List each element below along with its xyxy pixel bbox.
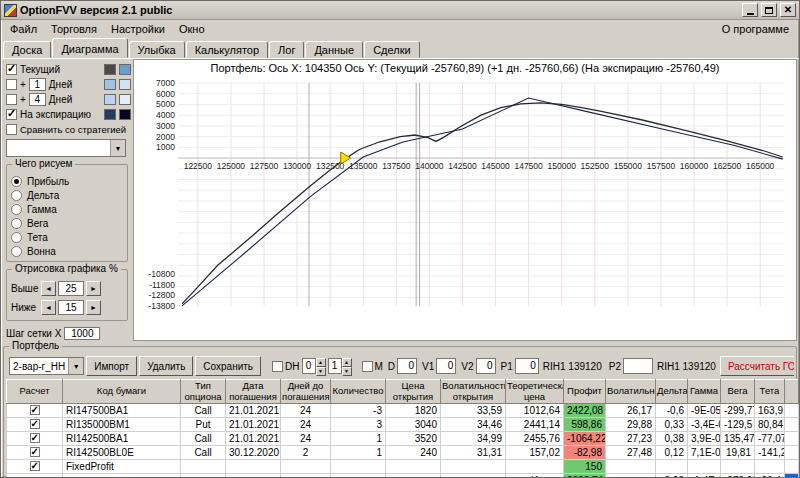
cell[interactable]: 0,38 [656,432,688,446]
cell[interactable]: 1012,64 [506,404,564,418]
radio-option-5[interactable]: Вонна [11,244,123,258]
cell[interactable] [656,460,688,474]
delete-button[interactable]: Удалить [139,356,193,376]
spinner-arrows[interactable]: ▲▼ [342,358,352,374]
cell[interactable]: -0,6 [656,404,688,418]
spin-up-icon[interactable]: ▲ [342,358,352,367]
cell[interactable]: 27,23 [606,432,656,446]
cell[interactable]: 3520 [386,432,441,446]
cell[interactable]: 34,99 [441,432,506,446]
cell[interactable]: 0,33 [656,418,688,432]
save-button[interactable]: Сохранить [195,356,261,376]
cell[interactable]: 150 [564,460,606,474]
p1-input[interactable]: 0 [515,358,539,374]
cell[interactable]: 24 [281,432,331,446]
dh-checkbox[interactable] [272,361,283,372]
cell[interactable]: 3,9E-05 [688,432,721,446]
cell[interactable]: 26,4 [755,474,785,478]
cell[interactable]: Put [181,418,226,432]
spin-up-icon[interactable]: ▲ [316,358,326,367]
cell[interactable] [226,474,281,478]
cell[interactable]: -82,98 [564,446,606,460]
cell[interactable]: 29,88 [606,418,656,432]
cell[interactable] [386,460,441,474]
spin-down-icon[interactable]: ▼ [316,367,326,376]
cell[interactable]: -3 [331,404,386,418]
cell[interactable]: 2455,76 [506,432,564,446]
cell[interactable]: RI147500BA1 [63,404,181,418]
color-swatch[interactable] [104,109,116,120]
row-checkbox[interactable] [30,433,40,443]
row-checkbox[interactable] [30,419,40,429]
cell[interactable]: 33,59 [441,404,506,418]
cell[interactable]: 19,81 [721,446,755,460]
cell[interactable] [331,474,386,478]
spinner-arrows[interactable]: ▲▼ [316,358,326,374]
decrement-icon[interactable]: ◄ [41,281,56,296]
cell[interactable] [226,460,281,474]
v2-input[interactable]: 0 [476,358,496,374]
below-value[interactable]: 15 [58,300,84,315]
p2-input[interactable] [623,358,653,374]
row-checkbox[interactable] [30,461,40,471]
cell[interactable] [181,460,226,474]
radio-option-4[interactable]: Тета [11,230,123,244]
column-header[interactable]: Вега [721,380,755,404]
tab-5[interactable]: Данные [305,41,363,58]
chevron-down-icon[interactable]: ▼ [110,140,125,156]
menu-item-3[interactable]: Окно [172,21,212,37]
color-swatch[interactable] [119,64,131,75]
column-header[interactable]: Дней до погашения [281,380,331,404]
title-bar[interactable]: OptionFVV версия 2.1 public ✕ [1,1,799,20]
strategy-select[interactable]: 2-вар-г_НН ▼ [9,357,84,375]
cell[interactable] [281,460,331,474]
column-header[interactable]: Профит [564,380,606,404]
cell[interactable]: -1,4E-05 [688,474,721,478]
tab-6[interactable]: Сделки [364,41,420,58]
cell[interactable]: 21.01.2021 [226,418,281,432]
line-checkbox[interactable] [6,109,17,120]
compare-strategy-select[interactable]: ▼ [6,139,126,157]
cell[interactable]: -9E-05 [688,404,721,418]
cell[interactable] [755,460,785,474]
menu-item-0[interactable]: Файл [3,21,44,37]
color-swatch[interactable] [119,109,131,120]
cell[interactable]: -141,27 [755,446,785,460]
row-end-cell[interactable] [785,418,799,432]
above-value[interactable]: 25 [58,281,84,296]
line-checkbox[interactable] [6,94,17,105]
cell[interactable]: 1 [331,446,386,460]
cell[interactable] [386,474,441,478]
color-swatch[interactable] [119,79,131,90]
column-header[interactable]: Тета [755,380,785,404]
row-end-cell[interactable] [785,432,799,446]
d-input[interactable]: 0 [397,358,417,374]
cell[interactable]: Итого: [506,474,564,478]
maximize-button[interactable] [761,3,777,17]
column-header[interactable]: Дата погашения [226,380,281,404]
cell[interactable] [441,474,506,478]
cell[interactable]: 1 [331,432,386,446]
payoff-chart[interactable]: 7000600050004000300020001000-10800-11800… [134,75,792,310]
cell[interactable]: -77,07 [755,432,785,446]
menu-item-about[interactable]: О программе [714,21,797,37]
cell[interactable]: 3040 [386,418,441,432]
payoff-chart-area[interactable]: Портфель: Ось X: 104350 Ось Y: (Текущий … [133,59,797,341]
column-header[interactable]: Тип опциона [181,380,226,404]
cell[interactable]: FixedProfit [63,460,181,474]
cell[interactable]: 2 [281,446,331,460]
cell[interactable] [181,474,226,478]
grid-step-input[interactable]: 1000 [64,327,100,340]
cell[interactable]: 2441,14 [506,418,564,432]
row-end-cell[interactable] [785,404,799,418]
calc-go-button[interactable]: Рассчитать ГО [720,356,794,376]
cell[interactable] [721,460,755,474]
cell[interactable]: 31,31 [441,446,506,460]
cell[interactable]: 34,46 [441,418,506,432]
minimize-button[interactable] [742,3,758,17]
compare-checkbox[interactable] [6,124,17,135]
cell[interactable]: -299,77 [721,404,755,418]
dh-spinner-1[interactable]: 0 ▲▼ [302,358,326,374]
m-checkbox[interactable] [362,361,373,372]
cell[interactable]: 24 [281,418,331,432]
